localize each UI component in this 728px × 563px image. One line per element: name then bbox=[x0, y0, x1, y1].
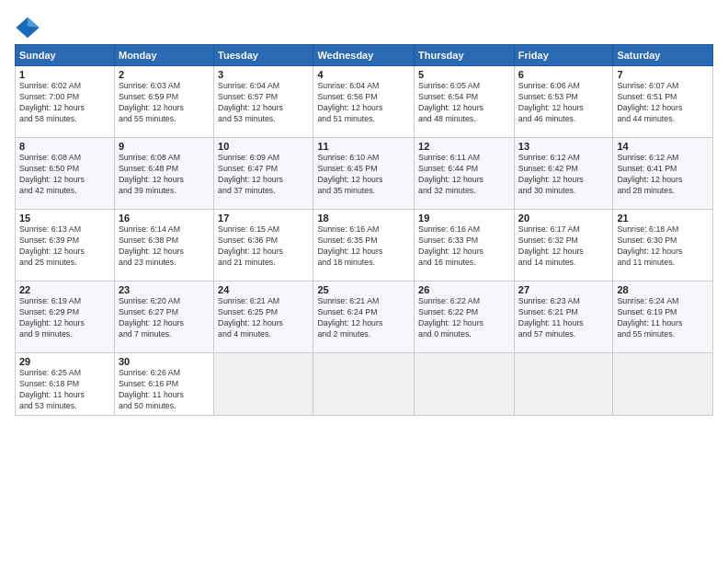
calendar-cell: 13Sunrise: 6:12 AM Sunset: 6:42 PM Dayli… bbox=[514, 138, 613, 210]
calendar-cell: 22Sunrise: 6:19 AM Sunset: 6:29 PM Dayli… bbox=[16, 282, 115, 353]
day-number: 10 bbox=[218, 141, 309, 152]
week-row-1: 1Sunrise: 6:02 AM Sunset: 7:00 PM Daylig… bbox=[16, 66, 713, 138]
day-info: Sunrise: 6:10 AM Sunset: 6:45 PM Dayligh… bbox=[317, 153, 410, 197]
day-info: Sunrise: 6:07 AM Sunset: 6:51 PM Dayligh… bbox=[617, 81, 709, 125]
day-info: Sunrise: 6:21 AM Sunset: 6:25 PM Dayligh… bbox=[218, 296, 309, 340]
calendar-cell: 8Sunrise: 6:08 AM Sunset: 6:50 PM Daylig… bbox=[16, 138, 115, 210]
day-info: Sunrise: 6:16 AM Sunset: 6:35 PM Dayligh… bbox=[317, 224, 410, 269]
day-info: Sunrise: 6:25 AM Sunset: 6:18 PM Dayligh… bbox=[19, 368, 110, 412]
calendar-cell: 19Sunrise: 6:16 AM Sunset: 6:33 PM Dayli… bbox=[415, 210, 515, 282]
calendar-cell: 16Sunrise: 6:14 AM Sunset: 6:38 PM Dayli… bbox=[114, 210, 213, 282]
day-info: Sunrise: 6:04 AM Sunset: 6:57 PM Dayligh… bbox=[218, 81, 309, 125]
day-number: 28 bbox=[617, 284, 709, 295]
calendar-cell: 24Sunrise: 6:21 AM Sunset: 6:25 PM Dayli… bbox=[214, 282, 313, 353]
day-header-friday: Friday bbox=[514, 45, 613, 66]
day-number: 3 bbox=[218, 69, 309, 80]
header-row: SundayMondayTuesdayWednesdayThursdayFrid… bbox=[16, 45, 713, 66]
page: SundayMondayTuesdayWednesdayThursdayFrid… bbox=[0, 0, 728, 563]
day-header-monday: Monday bbox=[114, 45, 213, 66]
week-row-2: 8Sunrise: 6:08 AM Sunset: 6:50 PM Daylig… bbox=[16, 138, 713, 210]
day-number: 19 bbox=[418, 213, 510, 224]
day-info: Sunrise: 6:14 AM Sunset: 6:38 PM Dayligh… bbox=[119, 224, 210, 269]
day-info: Sunrise: 6:08 AM Sunset: 6:48 PM Dayligh… bbox=[119, 153, 210, 197]
day-number: 4 bbox=[317, 69, 410, 80]
day-number: 9 bbox=[119, 141, 210, 152]
day-number: 25 bbox=[317, 284, 410, 295]
calendar-cell: 7Sunrise: 6:07 AM Sunset: 6:51 PM Daylig… bbox=[613, 66, 713, 138]
calendar-cell: 9Sunrise: 6:08 AM Sunset: 6:48 PM Daylig… bbox=[114, 138, 213, 210]
calendar-cell: 4Sunrise: 6:04 AM Sunset: 6:56 PM Daylig… bbox=[313, 66, 415, 138]
calendar-cell: 25Sunrise: 6:21 AM Sunset: 6:24 PM Dayli… bbox=[313, 282, 415, 353]
day-number: 16 bbox=[119, 213, 210, 224]
day-number: 5 bbox=[418, 69, 510, 80]
day-header-saturday: Saturday bbox=[613, 45, 713, 66]
day-info: Sunrise: 6:02 AM Sunset: 7:00 PM Dayligh… bbox=[19, 81, 110, 125]
calendar-cell: 14Sunrise: 6:12 AM Sunset: 6:41 PM Dayli… bbox=[613, 138, 713, 210]
day-number: 30 bbox=[119, 356, 210, 367]
day-header-tuesday: Tuesday bbox=[214, 45, 313, 66]
day-number: 12 bbox=[418, 141, 510, 152]
calendar-cell bbox=[613, 353, 713, 416]
calendar-cell: 23Sunrise: 6:20 AM Sunset: 6:27 PM Dayli… bbox=[114, 282, 213, 353]
day-info: Sunrise: 6:23 AM Sunset: 6:21 PM Dayligh… bbox=[518, 296, 609, 340]
calendar-cell: 27Sunrise: 6:23 AM Sunset: 6:21 PM Dayli… bbox=[514, 282, 613, 353]
day-number: 15 bbox=[19, 213, 110, 224]
calendar-cell: 11Sunrise: 6:10 AM Sunset: 6:45 PM Dayli… bbox=[313, 138, 415, 210]
day-number: 24 bbox=[218, 284, 309, 295]
calendar-cell bbox=[415, 353, 515, 416]
day-info: Sunrise: 6:16 AM Sunset: 6:33 PM Dayligh… bbox=[418, 224, 510, 269]
day-info: Sunrise: 6:12 AM Sunset: 6:42 PM Dayligh… bbox=[518, 153, 609, 197]
calendar-cell: 1Sunrise: 6:02 AM Sunset: 7:00 PM Daylig… bbox=[16, 66, 115, 138]
calendar-cell: 15Sunrise: 6:13 AM Sunset: 6:39 PM Dayli… bbox=[16, 210, 115, 282]
calendar-cell: 28Sunrise: 6:24 AM Sunset: 6:19 PM Dayli… bbox=[613, 282, 713, 353]
calendar-cell bbox=[514, 353, 613, 416]
calendar-cell bbox=[214, 353, 313, 416]
day-info: Sunrise: 6:06 AM Sunset: 6:53 PM Dayligh… bbox=[518, 81, 609, 125]
day-info: Sunrise: 6:20 AM Sunset: 6:27 PM Dayligh… bbox=[119, 296, 210, 340]
header bbox=[15, 11, 713, 40]
day-info: Sunrise: 6:11 AM Sunset: 6:44 PM Dayligh… bbox=[418, 153, 510, 197]
day-number: 27 bbox=[518, 284, 609, 295]
calendar-cell: 17Sunrise: 6:15 AM Sunset: 6:36 PM Dayli… bbox=[214, 210, 313, 282]
day-info: Sunrise: 6:15 AM Sunset: 6:36 PM Dayligh… bbox=[218, 224, 309, 269]
logo bbox=[15, 15, 44, 40]
week-row-4: 22Sunrise: 6:19 AM Sunset: 6:29 PM Dayli… bbox=[16, 282, 713, 353]
day-info: Sunrise: 6:13 AM Sunset: 6:39 PM Dayligh… bbox=[19, 224, 110, 269]
day-info: Sunrise: 6:03 AM Sunset: 6:59 PM Dayligh… bbox=[119, 81, 210, 125]
calendar-cell: 21Sunrise: 6:18 AM Sunset: 6:30 PM Dayli… bbox=[613, 210, 713, 282]
week-row-3: 15Sunrise: 6:13 AM Sunset: 6:39 PM Dayli… bbox=[16, 210, 713, 282]
logo-icon bbox=[15, 15, 40, 40]
calendar-cell: 5Sunrise: 6:05 AM Sunset: 6:54 PM Daylig… bbox=[415, 66, 515, 138]
day-number: 6 bbox=[518, 69, 609, 80]
day-number: 11 bbox=[317, 141, 410, 152]
day-number: 26 bbox=[418, 284, 510, 295]
day-info: Sunrise: 6:09 AM Sunset: 6:47 PM Dayligh… bbox=[218, 153, 309, 197]
day-info: Sunrise: 6:12 AM Sunset: 6:41 PM Dayligh… bbox=[617, 153, 709, 197]
day-info: Sunrise: 6:18 AM Sunset: 6:30 PM Dayligh… bbox=[617, 224, 709, 269]
day-info: Sunrise: 6:19 AM Sunset: 6:29 PM Dayligh… bbox=[19, 296, 110, 340]
day-info: Sunrise: 6:26 AM Sunset: 6:16 PM Dayligh… bbox=[119, 368, 210, 412]
day-number: 13 bbox=[518, 141, 609, 152]
calendar-cell: 20Sunrise: 6:17 AM Sunset: 6:32 PM Dayli… bbox=[514, 210, 613, 282]
day-info: Sunrise: 6:24 AM Sunset: 6:19 PM Dayligh… bbox=[617, 296, 709, 340]
day-info: Sunrise: 6:04 AM Sunset: 6:56 PM Dayligh… bbox=[317, 81, 410, 125]
svg-marker-1 bbox=[28, 17, 40, 28]
day-number: 22 bbox=[19, 284, 110, 295]
week-row-5: 29Sunrise: 6:25 AM Sunset: 6:18 PM Dayli… bbox=[16, 353, 713, 416]
calendar-cell: 10Sunrise: 6:09 AM Sunset: 6:47 PM Dayli… bbox=[214, 138, 313, 210]
day-info: Sunrise: 6:22 AM Sunset: 6:22 PM Dayligh… bbox=[418, 296, 510, 340]
day-header-wednesday: Wednesday bbox=[313, 45, 415, 66]
calendar-cell: 29Sunrise: 6:25 AM Sunset: 6:18 PM Dayli… bbox=[16, 353, 115, 416]
day-number: 23 bbox=[119, 284, 210, 295]
day-number: 7 bbox=[617, 69, 709, 80]
day-number: 1 bbox=[19, 69, 110, 80]
day-info: Sunrise: 6:05 AM Sunset: 6:54 PM Dayligh… bbox=[418, 81, 510, 125]
day-number: 20 bbox=[518, 213, 609, 224]
day-info: Sunrise: 6:08 AM Sunset: 6:50 PM Dayligh… bbox=[19, 153, 110, 197]
calendar-cell: 2Sunrise: 6:03 AM Sunset: 6:59 PM Daylig… bbox=[114, 66, 213, 138]
day-number: 29 bbox=[19, 356, 110, 367]
day-number: 8 bbox=[19, 141, 110, 152]
calendar-cell: 30Sunrise: 6:26 AM Sunset: 6:16 PM Dayli… bbox=[114, 353, 213, 416]
calendar-cell: 12Sunrise: 6:11 AM Sunset: 6:44 PM Dayli… bbox=[415, 138, 515, 210]
calendar-cell: 26Sunrise: 6:22 AM Sunset: 6:22 PM Dayli… bbox=[415, 282, 515, 353]
